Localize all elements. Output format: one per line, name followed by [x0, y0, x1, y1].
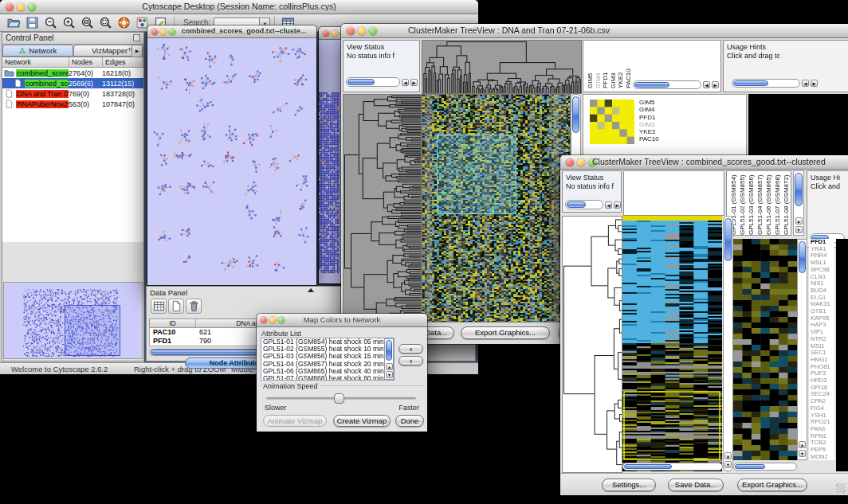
gene-label[interactable]: PFD1 — [811, 239, 834, 246]
gene-label[interactable]: TCB3 — [811, 440, 834, 447]
hscroll-thumb[interactable] — [347, 79, 375, 85]
network-row[interactable]: DNA and Tran 07 769(0) 183728(0) — [2, 88, 143, 99]
zoom-heatmap[interactable] — [733, 239, 797, 460]
attribute-item[interactable]: GPL51-07 (GSM868) heat shock 60 min — [261, 375, 394, 381]
close-button[interactable] — [151, 29, 158, 35]
treeview-combined-title-bar[interactable]: ClusterMaker TreeView : combined_scores_… — [560, 155, 848, 170]
gene-dendrogram[interactable] — [343, 94, 422, 322]
speed-slider-thumb[interactable] — [334, 393, 344, 404]
attribute-item[interactable]: GPL51-01 (GSM854) heat shock 05 min — [261, 338, 394, 346]
zoom-button[interactable] — [28, 3, 36, 11]
hscroll-thumb[interactable] — [733, 80, 768, 86]
gene-label[interactable]: GIM3 — [639, 121, 659, 128]
treeview-dna-title-bar[interactable]: ClusterMaker TreeView : DNA and Tran 07-… — [341, 24, 848, 38]
create-vizmap-button[interactable]: Create Vizmap — [333, 415, 391, 427]
gene-label[interactable]: CPA2 — [811, 398, 834, 405]
array-label[interactable]: PFD1 — [602, 42, 610, 88]
view-status-hscrollbar[interactable] — [565, 200, 603, 209]
main-title-bar[interactable]: Cytoscape Desktop (Session Name: collins… — [0, 0, 478, 14]
move-up-button[interactable]: ∧ — [398, 344, 423, 354]
zoom-matrix[interactable] — [590, 100, 634, 144]
heatmap-selection-rect[interactable] — [437, 135, 516, 214]
array-label[interactable]: PAC10 — [625, 42, 633, 88]
toolbar-icon[interactable] — [80, 16, 94, 29]
gene-label[interactable]: NTR2 — [811, 336, 834, 343]
vscroll-thumb[interactable] — [572, 96, 579, 133]
gene-label[interactable]: YKE2 — [639, 128, 659, 135]
scroll-up-icon[interactable] — [799, 441, 806, 448]
global-heatmap[interactable] — [422, 94, 571, 322]
network-window-title-bar[interactable]: combined_scores_good.txt--cluste... — [147, 25, 316, 38]
minimize-button[interactable] — [160, 29, 167, 35]
toolbar-icon[interactable] — [99, 16, 112, 29]
close-button[interactable] — [323, 30, 329, 37]
gene-label[interactable]: RPO21 — [811, 419, 834, 426]
done-button[interactable]: Done — [395, 415, 424, 427]
toolbar-icon[interactable] — [44, 16, 57, 29]
toolbar-icon[interactable] — [7, 16, 21, 29]
gene-label[interactable]: CLN1 — [811, 274, 834, 281]
vscroll-thumb[interactable] — [724, 218, 732, 261]
gene-label[interactable]: PFD1 — [639, 114, 659, 121]
gene-label[interactable]: PHO81 — [811, 364, 834, 371]
col-nodes[interactable]: Nodes — [69, 57, 103, 67]
network-row[interactable]: combined_scores 2764(0) 16218(0) — [2, 68, 143, 78]
gene-label[interactable]: PAC10 — [639, 135, 659, 143]
col-id[interactable]: ID — [150, 319, 196, 327]
zoom-vscrollbar[interactable] — [797, 239, 807, 460]
zoom-button[interactable] — [278, 317, 285, 323]
gene-label[interactable]: NIS1 — [811, 280, 834, 287]
window-resize-grip[interactable] — [836, 483, 846, 493]
array-label[interactable]: GPL51-02 (GSM855) — [738, 173, 747, 235]
move-down-button[interactable]: ∨ — [398, 356, 423, 365]
close-button[interactable] — [566, 158, 574, 166]
gene-label[interactable]: MAK31 — [811, 301, 834, 308]
scroll-up-icon[interactable] — [795, 217, 803, 225]
array-label[interactable]: GPL51-03 (GSM856) — [747, 173, 756, 235]
gene-label[interactable]: RNR4 — [811, 252, 834, 260]
minimize-button[interactable] — [269, 317, 276, 323]
array-label[interactable]: GPL51-04 (GSM857) — [756, 173, 764, 235]
close-button[interactable] — [6, 3, 14, 11]
attribute-item[interactable]: GPL51-06 (GSM865) heat shock 40 min — [261, 368, 394, 375]
scroll-down-icon[interactable] — [795, 226, 803, 233]
vscroll-thumb[interactable] — [386, 340, 392, 361]
tab[interactable]: Network — [2, 45, 73, 57]
network-row[interactable]: RNAPuberNov2+ 563(0) 107847(0) — [2, 99, 143, 109]
gene-label[interactable]: YRA1 — [811, 246, 834, 253]
attribute-item[interactable]: GPL51-03 (GSM856) heat shock 15 min — [261, 353, 394, 360]
scroll-up-icon[interactable] — [386, 363, 393, 370]
usage-hints-hscrollbar[interactable] — [732, 79, 800, 88]
gene-label[interactable]: PUF3 — [811, 370, 834, 377]
gene-label[interactable]: SEC24 — [811, 391, 834, 398]
float-panel-icon[interactable] — [133, 34, 140, 41]
minimize-button[interactable] — [332, 30, 338, 37]
col-network[interactable]: Network — [2, 57, 69, 67]
gene-label[interactable]: FIG4 — [811, 405, 834, 412]
array-label[interactable]: YKE2 — [617, 42, 625, 88]
network-canvas-back[interactable] — [319, 40, 340, 282]
array-label[interactable]: GIM3 — [610, 42, 618, 88]
view-status-hscrollbar[interactable] — [346, 77, 400, 87]
scroll-down-icon[interactable] — [724, 461, 732, 468]
animate-vizmap-button[interactable]: Animate Vizmap — [263, 415, 327, 427]
labels-hscrollbar[interactable] — [633, 80, 701, 89]
close-button[interactable] — [347, 27, 355, 35]
save-data-button[interactable]: Save Data... — [668, 479, 724, 491]
array-label[interactable]: GIM5 — [587, 42, 595, 88]
hscroll-thumb[interactable] — [624, 464, 672, 469]
scroll-right-icon[interactable] — [614, 201, 621, 209]
gene-label[interactable]: GPI16 — [811, 385, 834, 392]
toolbar-icon[interactable] — [62, 16, 76, 29]
gene-dendrogram[interactable] — [562, 216, 622, 473]
toolbar-icon[interactable] — [26, 16, 39, 29]
gene-label[interactable]: YSH1 — [811, 412, 834, 420]
gene-label[interactable]: ELG1 — [811, 295, 834, 302]
minimize-button[interactable] — [577, 158, 585, 166]
scroll-right-icon[interactable] — [410, 79, 418, 86]
gene-label[interactable]: MSI1 — [811, 343, 834, 350]
scroll-left-icon[interactable] — [802, 80, 809, 87]
export-graphics-button[interactable]: Export Graphics... — [461, 326, 550, 339]
array-labels-vscrollbar[interactable] — [793, 170, 804, 236]
gene-label[interactable]: GIM5 — [639, 99, 659, 106]
